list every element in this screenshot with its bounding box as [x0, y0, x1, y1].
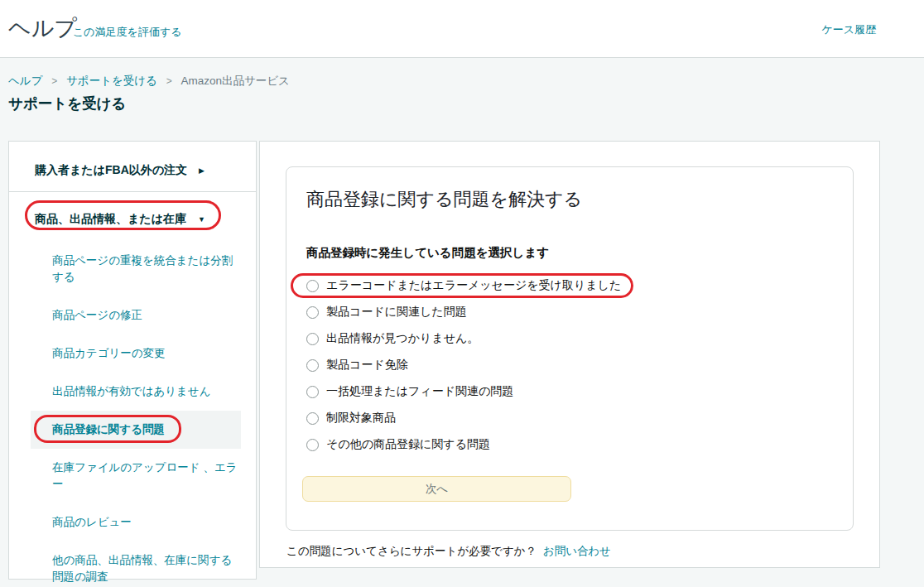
card-title: 商品登録に関する問題を解決する	[306, 187, 833, 212]
option-listing-not-found[interactable]: 出品情報が見つかりません。	[306, 325, 833, 352]
sidebar-section-label: 購入者またはFBA以外の注文	[35, 163, 187, 176]
radio-button-icon[interactable]	[306, 306, 319, 319]
radio-button-icon[interactable]	[306, 386, 319, 398]
breadcrumb-get-support[interactable]: サポートを受ける	[66, 75, 157, 87]
option-label: エラーコードまたはエラーメッセージを受け取りました	[326, 278, 621, 293]
option-label: 一括処理またはフィード関連の問題	[326, 384, 513, 399]
radio-button-icon[interactable]	[306, 280, 319, 292]
sidebar-section-products-listings-inventory[interactable]: 商品、出品情報、または在庫▼	[9, 192, 256, 237]
question-label: 商品登録時に発生している問題を選択します	[306, 245, 833, 261]
chevron-right-icon: ▶	[199, 166, 205, 175]
breadcrumb-current: Amazon出品サービス	[180, 75, 289, 87]
sidebar-item-product-reviews[interactable]: 商品のレビュー	[52, 503, 241, 541]
option-other-listing-issue[interactable]: その他の商品登録に関する問題	[306, 431, 833, 458]
breadcrumb-separator-icon: >	[51, 75, 57, 87]
option-product-code-issue[interactable]: 製品コードに関連した問題	[306, 299, 833, 325]
sidebar-item-label: 商品登録に関する問題	[52, 423, 165, 435]
option-error-code-message[interactable]: エラーコードまたはエラーメッセージを受け取りました	[306, 272, 833, 299]
radio-button-icon[interactable]	[306, 333, 319, 345]
radio-button-icon[interactable]	[306, 439, 319, 451]
header: ヘルプ この満足度を評価する ケース履歴	[0, 0, 924, 58]
radio-button-icon[interactable]	[306, 412, 319, 425]
page-header-title: ヘルプ	[8, 13, 77, 43]
option-label: 制限対象商品	[326, 411, 396, 426]
breadcrumb-help[interactable]: ヘルプ	[8, 75, 42, 87]
option-restricted-products[interactable]: 制限対象商品	[306, 405, 833, 431]
option-label: 製品コード免除	[326, 358, 408, 373]
sidebar: 購入者またはFBA以外の注文▶ 商品、出品情報、または在庫▼ 商品ページの重複を…	[8, 141, 257, 580]
option-product-code-exemption[interactable]: 製品コード免除	[306, 352, 833, 378]
support-footer: この問題についてさらにサポートが必要ですか？ お問い合わせ	[286, 544, 854, 559]
sidebar-sublist: 商品ページの重複を統合または分割する 商品ページの修正 商品カテゴリーの変更 出…	[9, 237, 256, 587]
sidebar-item-change-product-category[interactable]: 商品カテゴリーの変更	[52, 334, 241, 373]
chevron-down-icon: ▼	[198, 215, 205, 224]
breadcrumb: ヘルプ > サポートを受ける > Amazon出品サービス	[8, 74, 290, 89]
option-label: 出品情報が見つかりません。	[326, 331, 479, 346]
sidebar-item-other-product-listing-inventory-investigation[interactable]: 他の商品、出品情報、在庫に関する問題の調査	[52, 541, 241, 587]
breadcrumb-separator-icon: >	[166, 75, 172, 87]
option-label: その他の商品登録に関する問題	[326, 437, 490, 452]
next-button[interactable]: 次へ	[302, 476, 571, 502]
issue-card: 商品登録に関する問題を解決する 商品登録時に発生している問題を選択します エラー…	[286, 166, 854, 531]
page-title: サポートを受ける	[8, 94, 126, 113]
radio-button-icon[interactable]	[306, 359, 319, 372]
sidebar-section-label: 商品、出品情報、または在庫	[35, 212, 186, 225]
sidebar-item-merge-split-duplicate-pages[interactable]: 商品ページの重複を統合または分割する	[52, 242, 241, 296]
sidebar-item-inventory-file-upload-errors[interactable]: 在庫ファイルのアップロード 、エラー	[52, 449, 241, 503]
case-history-link[interactable]: ケース履歴	[821, 22, 876, 37]
main-panel: 商品登録に関する問題を解決する 商品登録時に発生している問題を選択します エラー…	[259, 141, 880, 568]
rate-satisfaction-link[interactable]: この満足度を評価する	[73, 25, 182, 40]
sidebar-item-listing-not-active[interactable]: 出品情報が有効ではありません	[52, 373, 241, 411]
options-list: エラーコードまたはエラーメッセージを受け取りました 製品コードに関連した問題 出…	[306, 272, 833, 458]
option-bulk-or-feed-issue[interactable]: 一括処理またはフィード関連の問題	[306, 378, 833, 405]
option-label: 製品コードに関連した問題	[326, 305, 467, 320]
sidebar-item-fix-product-page[interactable]: 商品ページの修正	[52, 296, 241, 334]
contact-us-link[interactable]: お問い合わせ	[543, 545, 611, 557]
support-footer-text: この問題についてさらにサポートが必要ですか？	[286, 545, 537, 557]
sidebar-section-buyer-non-fba-orders[interactable]: 購入者またはFBA以外の注文▶	[9, 142, 256, 192]
sidebar-item-listing-problems[interactable]: 商品登録に関する問題	[31, 411, 241, 449]
help-page: ヘルプ この満足度を評価する ケース履歴 ヘルプ > サポートを受ける > Am…	[0, 0, 924, 587]
